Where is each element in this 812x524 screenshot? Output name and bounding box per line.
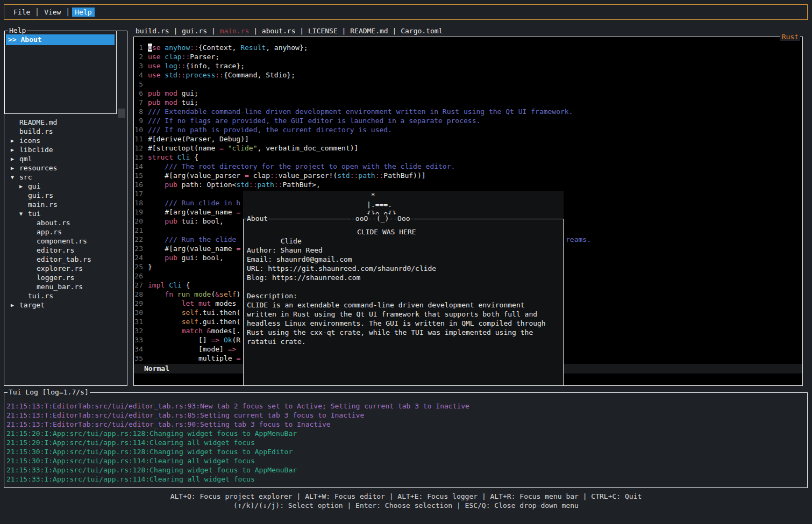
tree-item-tui[interactable]: ▼tui xyxy=(4,209,117,218)
code-line-text: impl Cli { xyxy=(148,281,190,290)
tree-item-label: explorer.rs xyxy=(37,264,83,273)
editor-tab-about-rs[interactable]: about.rs xyxy=(262,27,296,35)
code-line[interactable]: 7pub mod tui; xyxy=(134,98,802,107)
tree-item-label: tui.rs xyxy=(28,291,53,300)
tree-item-libclide[interactable]: ▶libclide xyxy=(4,145,117,154)
code-line-text: #[structopt(name = "clide", verbatim_doc… xyxy=(148,143,358,153)
line-number: 29 xyxy=(134,299,144,308)
about-dialog-line: Author: Shaun Reed xyxy=(247,246,561,255)
chevron-right-icon: ▶ xyxy=(11,163,19,173)
code-line[interactable]: 1use anyhow::{Context, Result, anyhow}; xyxy=(134,43,802,52)
code-line[interactable]: 3use log::{info, trace}; xyxy=(134,61,802,70)
tree-item-src[interactable]: ▼src xyxy=(4,173,117,182)
code-line-text: #[derive(Parser, Debug)] xyxy=(148,134,249,143)
code-line[interactable]: 12#[structopt(name = "clide", verbatim_d… xyxy=(134,143,802,153)
tree-item-label: icons xyxy=(19,136,40,145)
keybinding-help-line2: (↑/k)/(↓/j): Select option | Enter: Choo… xyxy=(0,501,812,510)
tree-item-label: build.rs xyxy=(19,127,53,136)
chevron-down-icon: ▼ xyxy=(11,173,19,182)
line-number: 23 xyxy=(134,244,144,253)
tree-item-gui-rs[interactable]: gui.rs xyxy=(4,191,117,200)
tree-item-resources[interactable]: ▶resources xyxy=(4,163,117,173)
code-line[interactable]: 14 /// The root directory for the projec… xyxy=(134,162,802,171)
tab-separator: | xyxy=(169,27,182,35)
about-dialog-line: Email: shaunrd0@gmail.com xyxy=(247,255,561,264)
log-entry-info: 21:15:30:I:App:src/tui/app.rs:128:Changi… xyxy=(6,447,469,456)
code-line[interactable]: 9/// If no flags are provided, the GUI e… xyxy=(134,116,802,125)
line-number: 22 xyxy=(134,235,144,244)
editor-tab-gui-rs[interactable]: gui.rs xyxy=(182,27,207,35)
tree-item-label: logger.rs xyxy=(37,273,74,282)
file-tree: README.mdbuild.rs▶icons▶libclide▶qml▶res… xyxy=(4,118,117,310)
tree-item-app-rs[interactable]: app.rs xyxy=(4,227,117,236)
code-line[interactable]: 8/// Extendable command-line driven deve… xyxy=(134,107,802,116)
line-number: 2 xyxy=(134,52,144,61)
tree-item-README-md[interactable]: README.md xyxy=(4,118,117,127)
code-line-text: pub gui: bool, xyxy=(148,253,224,262)
about-dialog: * |.===. {}o o{} About -ooO--(_)--Ooo- C… xyxy=(243,191,564,386)
about-dialog-line: written in Rust using the Qt UI framewor… xyxy=(247,310,561,319)
tab-separator: | xyxy=(207,27,219,35)
tree-item-explorer-rs[interactable]: explorer.rs xyxy=(4,264,117,273)
code-line-22-overflow: reams. xyxy=(566,235,591,244)
line-number: 4 xyxy=(134,70,144,80)
editor-tab-cargo-toml[interactable]: Cargo.toml xyxy=(401,27,443,35)
code-line-text: } xyxy=(148,262,152,271)
code-line-text: /// Run clide in h xyxy=(148,198,240,207)
code-line[interactable]: 5 xyxy=(134,80,802,89)
code-line[interactable]: 10/// If no path is provided, the curren… xyxy=(134,125,802,134)
code-line-text: /// Extendable command-line driven devel… xyxy=(148,107,573,116)
tree-item-gui[interactable]: ▶gui xyxy=(4,182,117,191)
about-dialog-line: Description: xyxy=(247,291,561,300)
log-entry-info: 21:15:33:I:App:src/tui/app.rs:114:Cleari… xyxy=(6,475,469,484)
tree-item-component-rs[interactable]: component.rs xyxy=(4,236,117,246)
tree-item-editor_tab-rs[interactable]: editor_tab.rs xyxy=(4,255,117,264)
tree-item-label: src xyxy=(19,173,32,182)
tree-item-label: resources xyxy=(19,163,57,173)
tree-item-logger-rs[interactable]: logger.rs xyxy=(4,273,117,282)
code-line[interactable]: 4use std::process::{Command, Stdio}; xyxy=(134,70,802,80)
code-line[interactable]: 6pub mod gui; xyxy=(134,89,802,98)
editor-tab-main-rs[interactable]: main.rs xyxy=(220,27,250,35)
tree-item-editor-rs[interactable]: editor.rs xyxy=(4,246,117,255)
tree-item-label: menu_bar.rs xyxy=(37,282,83,291)
menu-item-help[interactable]: Help xyxy=(72,8,94,17)
help-menu-option-about[interactable]: >> About xyxy=(6,34,115,45)
tree-item-menu_bar-rs[interactable]: menu_bar.rs xyxy=(4,282,117,291)
line-number: 14 xyxy=(134,162,144,171)
tab-separator: | xyxy=(295,27,308,35)
line-number: 6 xyxy=(134,89,144,98)
line-number: 12 xyxy=(134,143,144,153)
line-number: 24 xyxy=(134,253,144,262)
about-dialog-line: headless Linux environments. The GUI is … xyxy=(247,319,561,328)
tree-item-main-rs[interactable]: main.rs xyxy=(4,200,117,209)
code-line[interactable]: 16 pub path: Option<std::path::PathBuf>, xyxy=(134,180,802,189)
tree-item-tui-rs[interactable]: tui.rs xyxy=(4,291,117,300)
line-number: 3 xyxy=(134,61,144,70)
language-badge: Rust xyxy=(780,33,800,41)
about-dialog-border: About -ooO--(_)--Ooo- Clide CLIDE WAS HE… xyxy=(243,219,564,386)
tree-item-qml[interactable]: ▶qml xyxy=(4,154,117,163)
code-line-text: #[arg(value_name = xyxy=(148,207,240,217)
code-line[interactable]: 15 #[arg(value_parser = clap::value_pars… xyxy=(134,171,802,180)
code-line[interactable]: 13struct Cli { xyxy=(134,153,802,162)
explorer-scrollbar-thumb[interactable] xyxy=(118,109,125,118)
tree-item-target[interactable]: ▶target xyxy=(4,300,117,310)
tree-item-about-rs[interactable]: about.rs xyxy=(4,218,117,227)
menu-item-view[interactable]: View xyxy=(41,8,63,17)
code-line-text: #[arg(value_parser = clap::value_parser!… xyxy=(148,171,426,180)
code-line[interactable]: 11#[derive(Parser, Debug)] xyxy=(134,134,802,143)
tree-item-icons[interactable]: ▶icons xyxy=(4,136,117,145)
editor-tab-build-rs[interactable]: build.rs xyxy=(136,27,169,35)
tree-item-build-rs[interactable]: build.rs xyxy=(4,127,117,136)
editor-tab-license[interactable]: LICENSE xyxy=(308,27,338,35)
editor-tab-readme-md[interactable]: README.md xyxy=(350,27,388,35)
code-line-text: [mode] => xyxy=(148,344,236,354)
editor-mode-indicator: Normal xyxy=(144,364,169,372)
code-line[interactable]: 2use clap::Parser; xyxy=(134,52,802,61)
about-dialog-line: Blog: https://shaunreed.com xyxy=(247,273,561,282)
menu-item-file[interactable]: File xyxy=(11,8,33,17)
log-entry-info: 21:15:33:I:App:src/tui/app.rs:128:Changi… xyxy=(6,465,469,475)
chevron-right-icon: ▶ xyxy=(11,136,19,145)
line-number: 28 xyxy=(134,290,144,299)
